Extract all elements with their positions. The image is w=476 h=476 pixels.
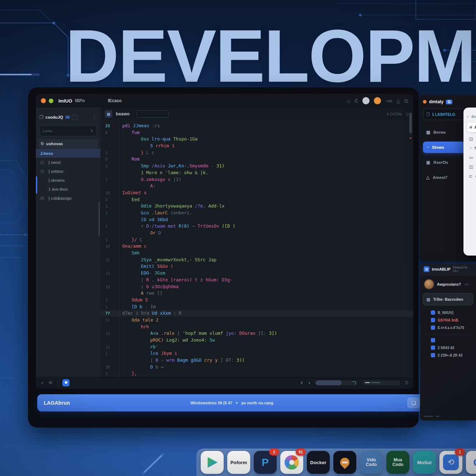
code-line: 112Syo _mvomwrXovkt,- 5Src Jap xyxy=(100,257,413,263)
tree-item[interactable]: 1 dve-thos xyxy=(36,185,100,194)
progress-bar xyxy=(315,380,358,385)
video-code-app[interactable]: Vido Codo xyxy=(360,451,383,474)
sync-icon[interactable]: ⟲ xyxy=(48,380,52,385)
popover-item[interactable]: ◔N xyxy=(467,143,476,153)
code-text: lce Jbym i xyxy=(119,350,177,357)
cup-app[interactable]: ⟲1 xyxy=(439,451,462,474)
task-item[interactable]: E-t+4.s-t-4'7u70 xyxy=(431,325,471,330)
code-token: ] 8T: xyxy=(220,357,237,363)
terminal-icon[interactable]: ⌁ xyxy=(41,380,43,385)
language-logo[interactable]: ❖ xyxy=(62,379,70,386)
task-item-label: E-t+4.s-t-4'7u70 xyxy=(438,326,464,330)
status-icon-a[interactable]: ♯ xyxy=(301,380,303,385)
detail-panel: ▤ trnnABLIP Eswuct G-CLI Awgessians? co … xyxy=(420,263,476,420)
notification-bar[interactable]: LAGAbrun Windswednes 56 [5 47 ✦ ps north… xyxy=(37,394,427,411)
zoom-button[interactable] xyxy=(49,99,53,103)
mosul-app[interactable]: MoSul xyxy=(413,451,436,474)
notification-text-1: Windswednes 56 [5 47 xyxy=(190,401,232,405)
code-token: C xyxy=(140,237,143,242)
close-button[interactable] xyxy=(41,98,46,103)
code-token: ]I: xyxy=(258,330,269,336)
code-line: | R . kGte [raeroi) t z hGum: D3g- xyxy=(100,277,413,284)
task-item[interactable]: 2 239+-8 2R 43 xyxy=(431,353,471,357)
mua-code-app[interactable]: Mua Codo xyxy=(386,451,409,474)
tree-item-label: 1 dve-thos xyxy=(48,187,68,191)
code-token: D-/twam met xyxy=(146,223,178,229)
postman-like-app[interactable]: Poform xyxy=(227,451,250,474)
task-item[interactable] xyxy=(431,338,471,342)
code-token: D xyxy=(150,364,156,370)
code-text: rb' xyxy=(119,344,158,351)
task-bullet-icon xyxy=(431,353,435,357)
task-item[interactable]: B_NXUV) xyxy=(431,310,471,315)
popover-item[interactable]: ◫c xyxy=(467,134,476,143)
task-item[interactable]: GSYRA 3nB. xyxy=(431,318,471,322)
popover-back[interactable]: ‹ 4o xyxy=(467,113,476,120)
cloud-icon[interactable]: △ xyxy=(396,98,400,104)
line-number xyxy=(100,357,119,364)
code-line: 1&co .laurC (onberi. xyxy=(100,210,413,216)
sidebar-menu-icon[interactable]: ⋮ xyxy=(92,115,97,120)
code-text: A<a .ralo ] 'hopf mam vlumf jyo: DOurao … xyxy=(119,330,277,337)
c-icon[interactable]: C xyxy=(355,98,358,104)
sidebar-scrollbar[interactable] xyxy=(99,201,100,236)
p-messenger-app[interactable]: P2 xyxy=(254,451,277,474)
code-token: rrhim 1 xyxy=(156,143,175,148)
meta-dashes[interactable]: -=n xyxy=(385,98,392,104)
tree-item-label: } sobtoo xyxy=(48,169,63,173)
line-number xyxy=(100,263,119,270)
tree-item[interactable]: 61} swod xyxy=(36,158,100,167)
status-dot xyxy=(423,100,427,104)
code-token: IuOimet s xyxy=(122,190,147,195)
avatar-gray[interactable] xyxy=(362,97,370,104)
line-number: 10 xyxy=(100,190,119,196)
code-token: DOurao xyxy=(239,330,258,336)
editor-scrollbar[interactable] xyxy=(409,113,412,133)
titlebar: ImIUO IBPo IEcaso ◇C-=n△⊡ xyxy=(36,94,413,108)
spark-icon[interactable]: ◇ xyxy=(347,98,351,104)
code-token: L c xyxy=(146,150,154,155)
tabbar-right: b CrCl2te ◫ xyxy=(387,112,409,116)
map-pin-app[interactable] xyxy=(333,451,356,474)
line-number: 11 xyxy=(100,257,119,263)
code-line: A rwe [] xyxy=(100,290,413,297)
code-area[interactable]: 23pdi JJmeas :rs9fumOsx lro-qua Thspo-1G… xyxy=(100,120,413,376)
docker-app[interactable]: Docker xyxy=(307,451,330,474)
code-token: rb' xyxy=(150,344,158,349)
line-number: 1 xyxy=(100,304,119,310)
code-token: pROC) xyxy=(150,337,166,343)
split-editor-icon[interactable]: ◫ xyxy=(406,112,409,116)
code-text: 2Syo _mvomwrXovkt,- 5Src Jap xyxy=(119,257,216,263)
menu-item-icon: ▣ xyxy=(426,160,430,165)
line-number: 1 xyxy=(100,203,119,210)
tree-item[interactable]: ⧉ushovas xyxy=(38,139,98,148)
user-name: Awgessians? xyxy=(437,282,461,286)
popover-item[interactable]: ⊏a xyxy=(467,171,476,181)
browser-app[interactable]: 91 xyxy=(280,451,303,474)
selected-task-row[interactable]: ▥ TrSte- Bazvsdwo xyxy=(423,293,473,305)
task-bullet-icon xyxy=(431,346,435,350)
line-number: 13 xyxy=(100,270,119,277)
tree-item[interactable]: } skrwins xyxy=(36,176,100,185)
tree-item[interactable]: J.hess xyxy=(36,149,100,158)
panel-footer-toolbar xyxy=(424,416,439,417)
status-icon-c[interactable]: ⚿ xyxy=(405,380,408,385)
tree-item[interactable]: 31} sobtoo xyxy=(36,167,100,176)
code-token: .ralo xyxy=(161,330,177,336)
code-line: 23pdi JJmeas :rs xyxy=(100,123,413,129)
avatar-orange[interactable] xyxy=(374,97,381,104)
popover-item[interactable]: ≯Ar xyxy=(467,123,476,132)
tree-item[interactable]: 35} cub&asogo xyxy=(36,194,100,203)
user-row[interactable]: Awgessians? co xyxy=(420,275,476,292)
status-icon-b[interactable]: ◑ xyxy=(308,380,310,385)
task-item[interactable]: 2 5R43 43 xyxy=(431,346,471,350)
media-player-app[interactable] xyxy=(201,451,224,474)
popover-item[interactable]: ◫n xyxy=(467,162,476,171)
sidebar-search-input[interactable]: Lrvsa ✎ xyxy=(39,125,97,136)
code-text: | R . kGte [raeroi) t z hGum: D3g- xyxy=(119,277,233,284)
clipped-app[interactable]: G xyxy=(466,451,476,474)
tab-filename[interactable]: beawo xyxy=(116,111,130,116)
popover-item[interactable]: ▭T xyxy=(467,153,476,162)
notification-action-button[interactable]: ❏ xyxy=(407,398,420,408)
layout-icon[interactable]: ⊡ xyxy=(404,98,408,104)
